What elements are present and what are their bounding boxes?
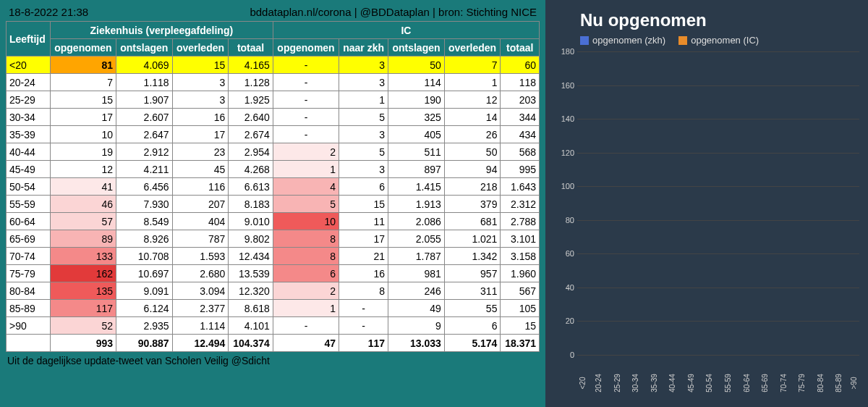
cell-zkh: 162 bbox=[50, 265, 116, 282]
cell-ic: 1 bbox=[339, 91, 388, 109]
cell-ic: 6 bbox=[444, 317, 501, 335]
cell-ic: 681 bbox=[444, 213, 501, 230]
table-row: 45-49124.211454.2681389794995 bbox=[7, 161, 540, 178]
cell-zkh: 2.954 bbox=[229, 143, 273, 161]
y-axis-label: 160 bbox=[554, 81, 574, 90]
header-bar: 18-8-2022 21:38 bddataplan.nl/corona | @… bbox=[6, 4, 540, 20]
cell-zkh: 2.647 bbox=[116, 126, 173, 143]
col-header: overleden bbox=[172, 39, 229, 56]
x-axis-label: >90 bbox=[841, 377, 868, 390]
cell-ic: 2.312 bbox=[501, 196, 540, 213]
cell-ic: 1.913 bbox=[388, 196, 445, 213]
grid-line bbox=[577, 186, 859, 187]
cell-zkh: 52 bbox=[50, 317, 116, 335]
cell-ic: 5 bbox=[273, 196, 339, 213]
cell-ic: 3.158 bbox=[501, 248, 540, 265]
chart-x-labels: <2020-2425-2930-3435-3940-4445-4950-5455… bbox=[577, 356, 859, 385]
cell-ic: 190 bbox=[388, 91, 445, 109]
table-row: 25-29151.90731.925-119012203 bbox=[7, 91, 540, 109]
table-row: 20-2471.11831.128-31141118 bbox=[7, 74, 540, 91]
cell-ic: 16 bbox=[339, 265, 388, 282]
table-row: 75-7916210.6972.68013.5396169819571.960 bbox=[7, 265, 540, 282]
y-axis-label: 180 bbox=[554, 47, 574, 56]
cell-ic: - bbox=[273, 109, 339, 126]
cell-ic: - bbox=[273, 126, 339, 143]
legend-ic: opgenomen (IC) bbox=[678, 35, 759, 46]
cell-ic: 12 bbox=[444, 91, 501, 109]
cell-ic: 1.643 bbox=[501, 178, 540, 196]
cell-zkh: 1.118 bbox=[116, 74, 173, 91]
cell-zkh: 4.268 bbox=[229, 161, 273, 178]
cell-ic: 2 bbox=[273, 282, 339, 300]
cell-zkh: 4.211 bbox=[116, 161, 173, 178]
cell-zkh: 117 bbox=[50, 300, 116, 317]
cell-ic: 55 bbox=[444, 300, 501, 317]
legend-zkh-label: opgenomen (zkh) bbox=[592, 35, 665, 46]
timestamp: 18-8-2022 21:38 bbox=[9, 6, 88, 18]
cell-ic: 118 bbox=[501, 74, 540, 91]
cell-ic: 1 bbox=[444, 74, 501, 91]
cell-ic: 60 bbox=[501, 56, 540, 74]
cell-zkh: 45 bbox=[172, 161, 229, 178]
cell-zkh: 2.674 bbox=[229, 126, 273, 143]
cell-zkh: 16 bbox=[172, 109, 229, 126]
source-text: bddataplan.nl/corona | @BDDataplan | bro… bbox=[250, 6, 537, 18]
cell-ic: - bbox=[273, 317, 339, 335]
cell-age bbox=[7, 335, 51, 352]
cell-age: 85-89 bbox=[7, 300, 51, 317]
col-header: ontslagen bbox=[116, 39, 173, 56]
cell-age: 30-34 bbox=[7, 109, 51, 126]
table-row: 60-64578.5494049.01010112.0866812.788 bbox=[7, 213, 540, 230]
cell-ic: 1.787 bbox=[388, 248, 445, 265]
cell-age: 25-29 bbox=[7, 91, 51, 109]
cell-ic: 17 bbox=[339, 230, 388, 248]
left-panel: 18-8-2022 21:38 bddataplan.nl/corona | @… bbox=[0, 0, 545, 407]
group-zkh: Ziekenhuis (verpleegafdeling) bbox=[50, 22, 273, 39]
cell-zkh: 41 bbox=[50, 178, 116, 196]
cell-zkh: 17 bbox=[50, 109, 116, 126]
cell-ic: 14 bbox=[444, 109, 501, 126]
cell-zkh: 133 bbox=[50, 248, 116, 265]
cell-zkh: 1.925 bbox=[229, 91, 273, 109]
table-row: 35-39102.647172.674-340526434 bbox=[7, 126, 540, 143]
cell-ic: 7 bbox=[444, 56, 501, 74]
y-axis-label: 140 bbox=[554, 114, 574, 123]
cell-zkh: 12.320 bbox=[229, 282, 273, 300]
chart-panel: Nu opgenomen opgenomen (zkh) opgenomen (… bbox=[545, 0, 868, 407]
col-header: totaal bbox=[501, 39, 540, 56]
cell-ic: 1 bbox=[273, 300, 339, 317]
cell-ic: 5 bbox=[339, 143, 388, 161]
legend-ic-label: opgenomen (IC) bbox=[691, 35, 759, 46]
cell-age: 65-69 bbox=[7, 230, 51, 248]
cell-ic: 1.415 bbox=[388, 178, 445, 196]
column-header-row: opgenomenontslagenoverledentotaalopgenom… bbox=[7, 39, 540, 56]
cell-ic: 26 bbox=[444, 126, 501, 143]
cell-zkh: 4.101 bbox=[229, 317, 273, 335]
grid-line bbox=[577, 119, 859, 119]
cell-zkh: 8.926 bbox=[116, 230, 173, 248]
cell-ic: 3.101 bbox=[501, 230, 540, 248]
cell-zkh: 57 bbox=[50, 213, 116, 230]
cell-ic: 567 bbox=[501, 282, 540, 300]
cell-age: <20 bbox=[7, 56, 51, 74]
cell-ic: 15 bbox=[501, 317, 540, 335]
cell-total: 13.033 bbox=[388, 335, 445, 352]
grid-line bbox=[577, 321, 859, 322]
y-axis-label: 0 bbox=[554, 351, 574, 359]
cell-ic: 3 bbox=[339, 126, 388, 143]
cell-zkh: 46 bbox=[50, 196, 116, 213]
cell-ic: 11 bbox=[339, 213, 388, 230]
cell-zkh: 207 bbox=[172, 196, 229, 213]
cell-ic: 2.788 bbox=[501, 213, 540, 230]
data-table: Leeftijd Ziekenhuis (verpleegafdeling) I… bbox=[6, 21, 540, 352]
cell-ic: 1.021 bbox=[444, 230, 501, 248]
cell-total: 5.174 bbox=[444, 335, 501, 352]
cell-zkh: 15 bbox=[172, 56, 229, 74]
cell-age: 35-39 bbox=[7, 126, 51, 143]
cell-ic: 568 bbox=[501, 143, 540, 161]
col-header: naar zkh bbox=[339, 39, 388, 56]
cell-zkh: 1.907 bbox=[116, 91, 173, 109]
table-row: 50-54416.4561166.613461.4152181.643 bbox=[7, 178, 540, 196]
cell-ic: 405 bbox=[388, 126, 445, 143]
col-leeftijd: Leeftijd bbox=[7, 22, 51, 56]
